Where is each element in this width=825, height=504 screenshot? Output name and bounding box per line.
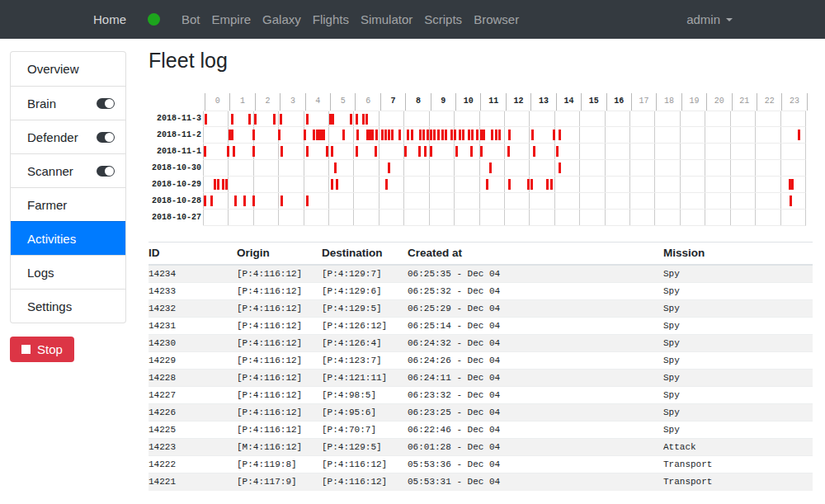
- sidebar-item-brain[interactable]: Brain: [11, 86, 125, 120]
- timeline-rows: 2018-11-32018-11-22018-11-12018-10-30201…: [148, 111, 808, 226]
- activity-mark: [375, 146, 377, 157]
- activity-mark: [798, 130, 800, 140]
- activity-mark: [486, 179, 488, 190]
- sidebar-item-activities[interactable]: Activities: [11, 221, 125, 255]
- activity-mark: [437, 130, 440, 140]
- timeline-date-label: 2018-11-2: [148, 127, 203, 144]
- sidebar-item-label: Overview: [27, 62, 79, 76]
- cell-destination: [P:4:70:7]: [322, 422, 408, 439]
- activity-mark: [507, 146, 510, 157]
- activity-mark: [217, 179, 219, 190]
- column-header-created-at: Created at: [408, 243, 663, 266]
- activity-mark: [550, 179, 553, 190]
- hour-label: 22: [757, 93, 781, 111]
- cell-destination: [P:4:95:6]: [322, 404, 408, 422]
- hour-label: 16: [606, 93, 631, 111]
- cell-created-at: 06:24:32 - Dec 04: [408, 335, 663, 352]
- activity-mark: [336, 179, 338, 190]
- nav-item-browser[interactable]: Browser: [468, 12, 525, 26]
- stop-button[interactable]: Stop: [10, 337, 74, 362]
- activity-mark: [430, 130, 432, 140]
- activity-mark: [489, 163, 492, 173]
- nav-item-flights[interactable]: Flights: [307, 12, 355, 26]
- activity-mark: [326, 146, 328, 157]
- cell-destination: [P:4:126:12]: [322, 318, 408, 335]
- sidebar-item-label: Defender: [27, 130, 78, 144]
- activity-mark: [243, 195, 246, 206]
- timeline-row: 2018-10-30: [148, 160, 808, 177]
- activity-mark: [388, 130, 390, 140]
- nav-item-bot[interactable]: Bot: [176, 12, 206, 26]
- column-header-mission: Mission: [663, 243, 813, 266]
- cell-id: 14234: [148, 265, 237, 283]
- nav-item-empire[interactable]: Empire: [206, 12, 257, 26]
- timeline-date-label: 2018-11-3: [148, 111, 203, 127]
- activity-mark: [225, 179, 228, 190]
- activity-mark: [471, 130, 474, 140]
- activity-mark: [531, 130, 534, 140]
- timeline-row-cells: [203, 210, 806, 226]
- cell-destination: [P:4:126:4]: [322, 335, 408, 352]
- cell-destination: [P:4:129:7]: [322, 265, 408, 283]
- table-row: 14227[P:4:116:12][P:4:98:5]06:23:32 - De…: [148, 387, 813, 404]
- cell-id: 14223: [148, 439, 237, 456]
- sidebar-item-label: Brain: [27, 97, 56, 111]
- cell-id: 14230: [148, 335, 237, 352]
- activity-mark: [306, 114, 309, 125]
- activity-mark: [231, 114, 233, 125]
- activity-mark: [331, 179, 333, 190]
- sidebar-item-scanner[interactable]: Scanner: [11, 153, 125, 187]
- cell-created-at: 06:24:11 - Dec 04: [408, 370, 663, 387]
- table-row: 14221[P:4:117:9][P:4:116:12]05:53:31 - D…: [148, 473, 813, 491]
- activity-mark: [222, 179, 224, 190]
- nav-item-simulator[interactable]: Simulator: [355, 12, 418, 26]
- activity-mark: [553, 130, 555, 140]
- activity-mark: [427, 130, 429, 140]
- nav-item-galaxy[interactable]: Galaxy: [257, 12, 307, 26]
- sidebar-item-settings[interactable]: Settings: [11, 289, 125, 323]
- cell-destination: [P:4:121:11]: [322, 370, 408, 387]
- sidebar-item-farmer[interactable]: Farmer: [11, 187, 125, 221]
- activity-mark: [407, 130, 409, 140]
- activity-mark: [556, 146, 559, 157]
- scanner-toggle-switch[interactable]: [97, 166, 115, 177]
- cell-destination: [P:4:98:5]: [322, 387, 408, 404]
- activity-mark: [422, 130, 425, 140]
- activity-mark: [398, 130, 401, 140]
- activity-mark: [350, 114, 352, 125]
- activity-mark: [252, 146, 255, 157]
- sidebar-item-logs[interactable]: Logs: [11, 255, 125, 289]
- cell-destination: [P:4:129:5]: [322, 300, 408, 318]
- timeline-hours: 01234567891011121314151617181920212223: [205, 93, 808, 111]
- sidebar-item-overview[interactable]: Overview: [11, 52, 125, 86]
- sidebar-item-defender[interactable]: Defender: [11, 120, 125, 153]
- activity-mark: [450, 130, 453, 140]
- timeline-date-label: 2018-10-27: [148, 210, 203, 226]
- activity-mark: [430, 146, 432, 157]
- sidebar-item-label: Activities: [27, 232, 76, 246]
- cell-mission: Spy: [663, 283, 813, 300]
- timeline-row-cells: [203, 144, 806, 160]
- cell-mission: Spy: [663, 335, 813, 352]
- nav-item-scripts[interactable]: Scripts: [418, 12, 468, 26]
- cell-id: 14221: [148, 473, 237, 491]
- activity-mark: [491, 130, 493, 140]
- brain-toggle-switch[interactable]: [97, 98, 115, 109]
- hour-label: 14: [556, 93, 581, 111]
- activity-mark: [424, 146, 427, 157]
- activity-mark: [480, 146, 483, 157]
- activity-mark: [483, 130, 485, 140]
- cell-created-at: 06:23:32 - Dec 04: [408, 387, 663, 404]
- page-title: Fleet log: [148, 49, 228, 73]
- hour-label: 10: [455, 93, 480, 111]
- user-dropdown[interactable]: admin: [686, 12, 733, 26]
- timeline-date-label: 2018-10-29: [148, 177, 203, 193]
- activity-mark: [356, 146, 358, 157]
- sidebar-item-label: Logs: [27, 266, 54, 280]
- activity-mark: [332, 114, 334, 125]
- cell-origin: [P:4:116:12]: [237, 318, 322, 335]
- nav-item-home[interactable]: Home: [93, 12, 132, 26]
- cell-mission: Spy: [663, 422, 813, 439]
- defender-toggle-switch[interactable]: [97, 132, 115, 143]
- hour-label: 15: [581, 93, 606, 111]
